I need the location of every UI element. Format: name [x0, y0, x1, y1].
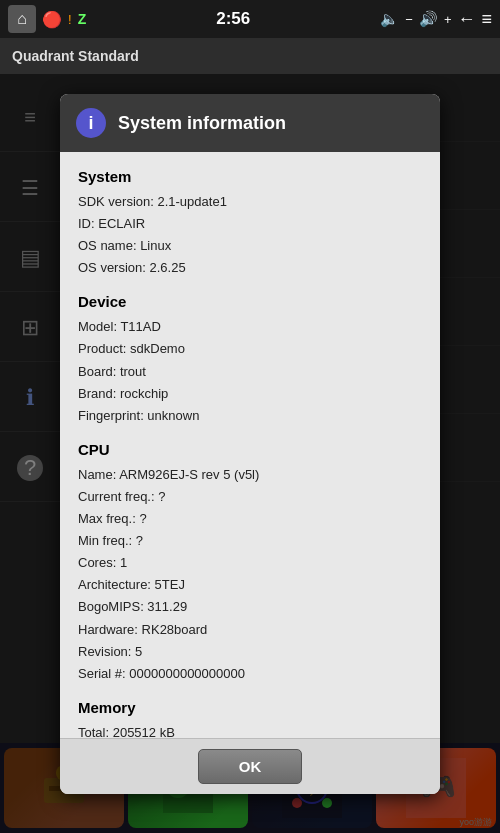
z-icon: Z	[78, 11, 87, 27]
home-icon: ⌂	[8, 5, 36, 33]
dialog-info-icon: i	[76, 108, 106, 138]
exclamation-icon: !	[68, 12, 72, 27]
menu-icon[interactable]: ≡	[481, 9, 492, 30]
cpu-architecture: Architecture: 5TEJ	[78, 574, 422, 596]
cpu-current-freq: Current freq.: ?	[78, 486, 422, 508]
section-device-heading: Device	[78, 293, 422, 310]
device-product: Product: sdkDemo	[78, 338, 422, 360]
status-center: 2:56	[216, 9, 250, 29]
system-id: ID: ECLAIR	[78, 213, 422, 235]
dialog-header: i System information	[60, 94, 440, 152]
cpu-bogomips: BogoMIPS: 311.29	[78, 596, 422, 618]
memory-total: Total: 205512 kB	[78, 722, 422, 738]
system-osversion: OS version: 2.6.25	[78, 257, 422, 279]
minus-icon: −	[405, 12, 413, 27]
back-icon[interactable]: ←	[457, 9, 475, 30]
cpu-revision: Revision: 5	[78, 641, 422, 663]
main-area: ≡ ☰ ▤ ⊞ ℹ ? Run benchmark Run benchmark …	[0, 74, 500, 833]
notification-icon: 🔴	[42, 10, 62, 29]
dialog-content: System SDK version: 2.1-update1 ID: ECLA…	[60, 152, 440, 738]
volume-down-icon: 🔈	[380, 10, 399, 28]
cpu-serial: Serial #: 0000000000000000	[78, 663, 422, 685]
cpu-name: Name: ARM926EJ-S rev 5 (v5l)	[78, 464, 422, 486]
cpu-hardware: Hardware: RK28board	[78, 619, 422, 641]
cpu-max-freq: Max freq.: ?	[78, 508, 422, 530]
device-fingerprint: Fingerprint: unknown	[78, 405, 422, 427]
plus-icon: +	[444, 12, 452, 27]
system-osname: OS name: Linux	[78, 235, 422, 257]
device-brand: Brand: rockchip	[78, 383, 422, 405]
status-time: 2:56	[216, 9, 250, 29]
device-model: Model: T11AD	[78, 316, 422, 338]
section-system-heading: System	[78, 168, 422, 185]
app-header-title: Quadrant Standard	[12, 48, 139, 64]
status-bar: ⌂ 🔴 ! Z 2:56 🔈 − 🔊 + ← ≡	[0, 0, 500, 38]
status-right: 🔈 − 🔊 + ← ≡	[380, 9, 492, 30]
section-cpu-heading: CPU	[78, 441, 422, 458]
cpu-cores: Cores: 1	[78, 552, 422, 574]
status-left: ⌂ 🔴 ! Z	[8, 5, 86, 33]
section-memory-heading: Memory	[78, 699, 422, 716]
ok-button[interactable]: OK	[198, 749, 303, 784]
dialog-overlay: i System information System SDK version:…	[0, 74, 500, 833]
system-info-dialog: i System information System SDK version:…	[60, 94, 440, 794]
app-header: Quadrant Standard	[0, 38, 500, 74]
dialog-title: System information	[118, 113, 286, 134]
dialog-footer: OK	[60, 738, 440, 794]
cpu-min-freq: Min freq.: ?	[78, 530, 422, 552]
system-sdk: SDK version: 2.1-update1	[78, 191, 422, 213]
volume-up-icon: 🔊	[419, 10, 438, 28]
device-board: Board: trout	[78, 361, 422, 383]
